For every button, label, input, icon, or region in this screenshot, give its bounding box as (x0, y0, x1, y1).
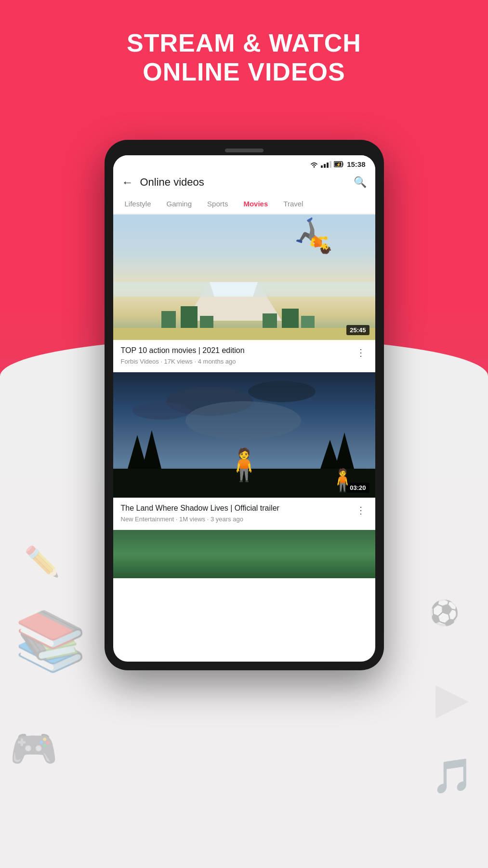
video-meta-1: Forbis Videos · 17K views · 4 months ago (121, 358, 349, 365)
signal-icon (321, 161, 331, 168)
jump-figure: 🏃 (283, 215, 345, 269)
video-thumbnail-2: 🧍 🧍 03:20 (113, 372, 375, 498)
battery-icon: ⚡ (334, 161, 344, 167)
age-2: 3 years ago (211, 515, 243, 523)
status-time: 15:38 (347, 160, 365, 168)
svg-point-22 (185, 401, 301, 440)
views-1: 17K views (164, 358, 193, 365)
channel-1: Forbis Videos (121, 358, 159, 365)
phone-screen: ⚡ 15:38 ← Online videos 🔍 Lifestyle Gami… (113, 155, 375, 662)
header-title: Online videos (140, 176, 347, 189)
video-item-3[interactable] (113, 530, 375, 579)
headline-line2: ONLINE VIDEOS (0, 58, 488, 87)
phone-notch (113, 149, 375, 152)
channel-2: New Entertainment (121, 515, 174, 523)
status-bar: ⚡ 15:38 (113, 155, 375, 171)
svg-text:⚡: ⚡ (336, 162, 341, 167)
headline: STREAM & WATCH ONLINE VIDEOS (0, 29, 488, 87)
tab-movies[interactable]: Movies (236, 194, 276, 214)
video-info-1: TOP 10 action movies | 2021 edition Forb… (113, 340, 375, 372)
back-button[interactable]: ← (122, 176, 133, 189)
search-button[interactable]: 🔍 (354, 176, 367, 189)
duration-badge-1: 25:45 (346, 325, 369, 335)
tab-gaming[interactable]: Gaming (159, 194, 200, 214)
video-title-1: TOP 10 action movies | 2021 edition (121, 346, 349, 356)
video-thumbnail-3 (113, 530, 375, 578)
video-item-1[interactable]: 🏃 25:45 TOP 10 action movies | 2021 edit… (113, 215, 375, 372)
video-item-2[interactable]: 🧍 🧍 03:20 The Land Where Shadow Lives | … (113, 372, 375, 530)
svg-rect-11 (113, 328, 375, 340)
tab-lifestyle[interactable]: Lifestyle (117, 194, 159, 214)
app-header: ← Online videos 🔍 (113, 171, 375, 194)
svg-point-15 (248, 381, 316, 402)
video-text-1: TOP 10 action movies | 2021 edition Forb… (121, 346, 349, 365)
video-more-button-2[interactable]: ⋮ (354, 503, 368, 517)
video-meta-2: New Entertainment · 1M views · 3 years a… (121, 515, 349, 523)
views-2: 1M views (179, 515, 205, 523)
svg-point-16 (132, 402, 190, 420)
mountains-svg (113, 282, 375, 340)
person-figure-2: 🧍 (329, 467, 356, 493)
phone-device: ⚡ 15:38 ← Online videos 🔍 Lifestyle Gami… (105, 140, 384, 670)
phone-speaker (225, 149, 264, 152)
svg-rect-12 (113, 282, 375, 297)
video-list: 🏃 25:45 TOP 10 action movies | 2021 edit… (113, 215, 375, 579)
age-1: 4 months ago (198, 358, 236, 365)
video-more-button-1[interactable]: ⋮ (354, 346, 368, 359)
wifi-icon (310, 161, 318, 168)
status-icons: ⚡ 15:38 (310, 160, 365, 168)
tab-travel[interactable]: Travel (276, 194, 311, 214)
person-figure: 🧍 (224, 447, 264, 483)
tab-sports[interactable]: Sports (199, 194, 236, 214)
tab-bar: Lifestyle Gaming Sports Movies Travel (113, 194, 375, 215)
video-info-2: The Land Where Shadow Lives | Official t… (113, 498, 375, 529)
video-text-2: The Land Where Shadow Lives | Official t… (121, 503, 349, 523)
headline-line1: STREAM & WATCH (0, 29, 488, 58)
video-thumbnail-1: 🏃 25:45 (113, 215, 375, 340)
phone-outer: ⚡ 15:38 ← Online videos 🔍 Lifestyle Gami… (105, 140, 384, 670)
video-title-2: The Land Where Shadow Lives | Official t… (121, 503, 349, 514)
